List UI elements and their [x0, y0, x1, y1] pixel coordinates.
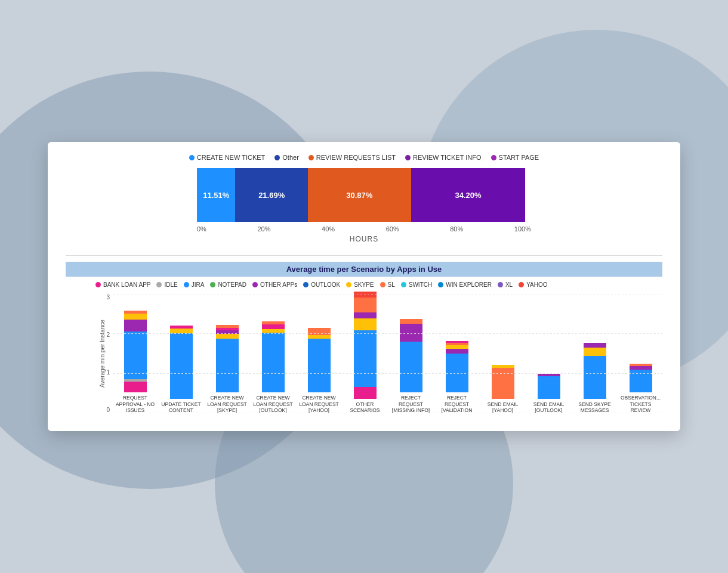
bar-label: REJECT REQUEST [MISSING INFO]	[392, 395, 430, 413]
bar-label: OBSERVATION... TICKETS REVIEW	[620, 395, 662, 413]
x-axis-labels: 0%20%40%60%80%100%	[197, 225, 531, 233]
y-axis-tick: 2	[106, 332, 110, 338]
legend-dot	[189, 155, 195, 160]
stacked-bar-segment: 34.20%	[411, 168, 526, 222]
bar-label: REQUEST APPROVAL - NO ISSUES	[116, 395, 155, 413]
stacked-column	[492, 365, 514, 399]
legend-label: OUTLOOK	[311, 281, 340, 288]
legend-dot	[95, 282, 101, 287]
bar-group: OBSERVATION... TICKETS REVIEW	[619, 364, 662, 413]
legend-label: REVIEW REQUESTS LIST	[316, 154, 396, 161]
legend-dot	[156, 282, 162, 287]
bar-seg	[354, 292, 377, 298]
bar-label: SEND SKYPE MESSAGES	[578, 401, 610, 413]
bar-group: CREATE NEW LOAN REQUEST [YAHOO]	[297, 328, 341, 413]
bar-seg	[308, 328, 331, 335]
legend-label: NOTEPAD	[218, 281, 246, 288]
legend-label: SKYPE	[354, 281, 374, 288]
legend-label: IDLE	[164, 281, 177, 288]
top-legend-item: Other	[274, 154, 299, 161]
bar-seg	[492, 368, 514, 399]
stacked-column	[262, 321, 285, 392]
bar-seg	[354, 330, 377, 387]
bottom-chart: Average time per Scenario by Apps in Use…	[66, 262, 662, 413]
y-axis-tick: 3	[106, 294, 110, 301]
bar-group: CREATE NEW LOAN REQUEST [SKYPE]	[205, 325, 249, 413]
bar-seg	[124, 314, 147, 320]
bottom-legend-item: YAHOO	[519, 281, 547, 288]
legend-dot	[438, 282, 443, 287]
stacked-column	[216, 325, 239, 392]
legend-dot	[309, 155, 314, 160]
bar-seg	[400, 324, 422, 342]
bottom-legend-item: SWITCH	[401, 281, 432, 288]
bottom-legend-item: IDLE	[156, 281, 177, 288]
bar-seg	[354, 298, 377, 312]
main-card: CREATE NEW TICKETOtherREVIEW REQUESTS LI…	[48, 142, 680, 431]
x-axis-label: 0%	[197, 225, 206, 233]
legend-label: OTHER APPs	[260, 281, 297, 288]
legend-dot	[184, 282, 189, 287]
legend-label: SL	[388, 281, 395, 288]
legend-dot	[210, 282, 215, 287]
separator	[66, 255, 662, 256]
stacked-bar-wrapper: 11.51%21.69%30.87%34.20%	[197, 168, 531, 222]
bar-seg	[124, 332, 147, 379]
stacked-column	[630, 364, 652, 392]
bar-label: SEND EMAIL [OUTLOOK]	[533, 401, 564, 413]
legend-label: Other	[282, 154, 299, 161]
stacked-column	[308, 328, 331, 392]
top-legend-item: REVIEW REQUESTS LIST	[309, 154, 396, 161]
y-axis-tick: 0	[106, 407, 110, 413]
bar-seg	[124, 320, 147, 332]
top-legend-item: START PAGE	[491, 154, 539, 161]
top-chart-legend: CREATE NEW TICKETOtherREVIEW REQUESTS LI…	[66, 154, 662, 161]
x-axis-label: 80%	[450, 225, 463, 233]
bar-group: REJECT REQUEST [MISSING INFO]	[389, 319, 433, 413]
bar-seg	[446, 349, 468, 354]
bar-group: OTHER SCENARIOS	[343, 292, 387, 413]
bar-label: OTHER SCENARIOS	[350, 401, 380, 413]
legend-label: CREATE NEW TICKET	[197, 154, 266, 161]
legend-dot	[303, 282, 309, 287]
legend-dot	[491, 155, 496, 160]
bottom-legend-item: OTHER APPs	[252, 281, 297, 288]
bar-seg	[170, 329, 193, 333]
legend-label: SWITCH	[409, 281, 432, 288]
bottom-legend-item: NOTEPAD	[210, 281, 246, 288]
y-axis-label: Average min per Instance	[99, 320, 106, 388]
bar-label: UPDATE TICKET CONTENT	[161, 401, 200, 413]
bar-seg	[354, 387, 377, 399]
legend-dot	[498, 282, 503, 287]
stacked-bar-segment: 21.69%	[235, 168, 307, 222]
bar-seg	[262, 333, 285, 392]
stacked-column	[170, 326, 193, 399]
bar-seg	[308, 339, 331, 392]
stacked-column	[538, 374, 560, 399]
top-legend-item: CREATE NEW TICKET	[189, 154, 266, 161]
stacked-bar-segment: 30.87%	[308, 168, 411, 222]
legend-label: START PAGE	[499, 154, 539, 161]
stacked-bar: 11.51%21.69%30.87%34.20%	[197, 168, 531, 222]
bar-seg	[630, 370, 652, 392]
bottom-legend-item: XL	[498, 281, 513, 288]
bar-seg	[538, 376, 560, 399]
top-chart: CREATE NEW TICKETOtherREVIEW REQUESTS LI…	[66, 154, 662, 243]
legend-dot	[380, 282, 385, 287]
bottom-legend-item: SL	[380, 281, 395, 288]
bar-group: SEND SKYPE MESSAGES	[573, 343, 616, 413]
legend-dot	[346, 282, 351, 287]
bar-seg	[354, 318, 377, 330]
bar-group: CREATE NEW LOAN REQUEST [OUTLOOK]	[251, 321, 295, 413]
bottom-legend-item: WIN EXPLORER	[438, 281, 492, 288]
bar-seg	[354, 312, 377, 318]
stacked-bar-segment: 11.51%	[197, 168, 235, 222]
bar-group: UPDATE TICKET CONTENT	[159, 326, 203, 413]
bar-seg	[216, 334, 239, 339]
legend-dot	[519, 282, 524, 287]
top-legend-item: REVIEW TICKET INFO	[405, 154, 482, 161]
bar-label: REJECT REQUEST [VALIDATION	[442, 395, 473, 413]
legend-dot	[274, 155, 280, 160]
x-axis-label: 20%	[257, 225, 270, 233]
x-axis-label: 40%	[322, 225, 335, 233]
